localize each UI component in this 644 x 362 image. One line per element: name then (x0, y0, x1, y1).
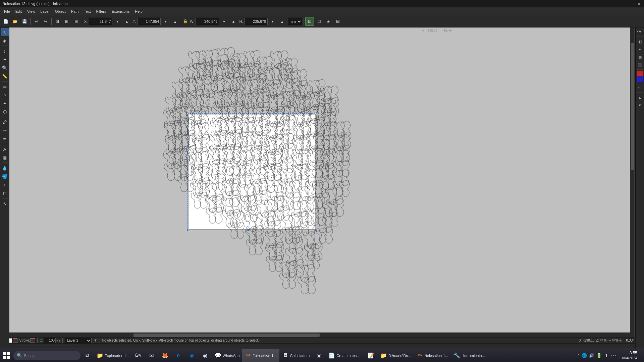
taskbar-chrome2[interactable]: ◉ (312, 349, 326, 362)
maximize-button[interactable]: □ (631, 1, 635, 6)
snap-bbox[interactable]: □ (315, 17, 323, 26)
y-down[interactable]: ▾ (161, 17, 170, 26)
taskbar-folder2[interactable]: 📁 D:\mario\Do... (378, 349, 414, 362)
x-down[interactable]: ▾ (113, 17, 122, 26)
menu-text[interactable]: Text (81, 7, 93, 15)
tool-rect[interactable]: ▭ (1, 82, 9, 90)
toolbar-new[interactable]: 📄 (1, 17, 10, 26)
hscroll-thumb[interactable] (133, 334, 320, 337)
tool-node[interactable]: ◈ (1, 37, 9, 45)
zoom-in-btn[interactable]: + (619, 338, 622, 343)
vscroll-thumb[interactable] (631, 43, 634, 170)
menu-help[interactable]: Help (132, 7, 145, 15)
menu-filters[interactable]: Filters (94, 7, 109, 15)
taskbar-firefox[interactable]: 🦊 (158, 349, 172, 362)
xml-editor-btn[interactable]: XML (636, 28, 644, 36)
toolbar-save[interactable]: 💾 (20, 17, 29, 26)
toolbar-zoom-fit[interactable]: ⊡ (53, 17, 62, 26)
tool-connector[interactable]: ⤡ (1, 199, 9, 207)
taskbar-calc[interactable]: 🖩 Calculadora (279, 349, 313, 362)
taskbar-whatsapp[interactable]: 💬 WhatsApp (212, 349, 243, 362)
taskbar-inkscape2[interactable]: ✏ *telesation-1... (414, 349, 451, 362)
tool-3dbox[interactable]: ⬡ (1, 108, 9, 116)
opacity-control[interactable]: O: ▾ ▴ (40, 338, 60, 343)
taskbar-edge[interactable]: e (172, 349, 185, 362)
stroke-color-box[interactable]: ✕ (31, 338, 35, 343)
volume-icon[interactable]: 🔊 (589, 353, 595, 359)
tool-gradient[interactable]: ▦ (1, 154, 9, 162)
battery-icon[interactable]: 🔋 (596, 353, 602, 359)
color-panel-btn[interactable] (637, 76, 643, 82)
opacity-down[interactable]: ▾ (56, 339, 58, 342)
zoom-control[interactable]: − 44% + (608, 338, 622, 343)
taskbar-tool[interactable]: 🔧 Herramienta... (451, 349, 488, 362)
menu-layer[interactable]: Layer (38, 7, 52, 15)
taskbar-notes[interactable]: 📝 (364, 349, 378, 362)
opacity-up[interactable]: ▴ (59, 339, 60, 342)
task-view-btn[interactable]: ⧉ (80, 349, 94, 362)
horizontal-scrollbar[interactable] (9, 333, 630, 337)
close-button[interactable]: ✕ (637, 1, 641, 6)
h-input[interactable] (244, 18, 268, 25)
layer-visible-btn[interactable]: 👁 (94, 338, 98, 343)
toolbar-zoom-page[interactable]: ⊞ (62, 17, 71, 26)
toolbar-open[interactable]: 📂 (11, 17, 19, 26)
zoom-out-btn[interactable]: − (608, 338, 611, 343)
menu-edit[interactable]: Edit (13, 7, 24, 15)
taskbar-inkscape[interactable]: ✏ *telesation-1... (242, 349, 279, 362)
tool-dropper[interactable]: 💧 (1, 164, 9, 172)
network-icon[interactable]: 🌐 (581, 353, 587, 359)
tool-zoom[interactable]: 🔍 (1, 64, 9, 72)
taskbar-store[interactable]: 🛍 (131, 349, 145, 362)
tool-adjust[interactable]: ↕ (1, 47, 9, 55)
taskbar-vscode[interactable]: ◈ (185, 349, 199, 362)
snap-custom[interactable]: ⊞ (333, 17, 342, 26)
menu-path[interactable]: Path (68, 7, 82, 15)
x-input[interactable] (89, 18, 112, 25)
start-button[interactable] (0, 349, 13, 362)
update-icon[interactable]: ⬆ (603, 353, 609, 359)
show-desktop-btn[interactable] (639, 349, 641, 362)
w-input[interactable] (196, 18, 219, 25)
system-clock[interactable]: 8:55 13/04/2024 (618, 351, 637, 361)
x-up[interactable]: ▴ (122, 17, 131, 26)
taskbar-create-tess[interactable]: 📄 Create a tess... (326, 349, 364, 362)
tool-eraser[interactable]: ◻ (1, 189, 9, 197)
symbols-btn[interactable]: ✦ (636, 46, 644, 53)
h-up[interactable]: ▴ (278, 17, 286, 26)
w-up[interactable]: ▴ (229, 17, 238, 26)
show-hidden-icons[interactable]: ⌃ (577, 354, 580, 357)
tool-select[interactable]: ↖ (1, 28, 9, 36)
tool-spray[interactable]: ◦ (1, 181, 9, 189)
menu-file[interactable]: File (1, 7, 13, 15)
tool-calligraphy[interactable]: ✒ (1, 135, 9, 143)
tool-measure[interactable]: 📏 (1, 72, 9, 80)
artwork-svg[interactable]: X: -238.15 -38.49 (9, 27, 635, 345)
tool-star[interactable]: ✦ (1, 99, 9, 107)
snap-enable[interactable]: ⊡ (305, 17, 314, 26)
canvas-area[interactable]: X: -238.15 -38.49 (9, 27, 635, 345)
toolbar-undo[interactable]: ↩ (32, 17, 41, 26)
fill-stroke-btn[interactable] (637, 71, 643, 76)
taskbar-search[interactable]: 🔍 Buscar (13, 351, 80, 360)
snap-nodes[interactable]: ◈ (324, 17, 333, 26)
paint-servers-btn[interactable]: ▩ (636, 53, 644, 61)
tool-ellipse[interactable]: ○ (1, 91, 9, 99)
w-down[interactable]: ▾ (220, 17, 228, 26)
y-input[interactable] (137, 18, 161, 25)
h-down[interactable]: ▾ (268, 17, 277, 26)
opacity-input[interactable] (44, 338, 56, 343)
menu-object[interactable]: Object (52, 7, 68, 15)
vertical-scrollbar[interactable] (630, 27, 635, 345)
tool-pencil[interactable]: ✏ (1, 126, 9, 134)
y-up[interactable]: ▴ (171, 17, 179, 26)
stroke-indicator[interactable]: Stroke: ✕ (19, 338, 36, 343)
objects-btn[interactable]: ◧ (636, 38, 644, 45)
more-options[interactable]: ⋯ (636, 84, 644, 92)
collapse-panel-down[interactable]: ▼ (636, 102, 644, 109)
toolbar-zoom-draw[interactable]: ⊟ (72, 17, 80, 26)
unit-select[interactable]: mm px in cm (287, 18, 302, 25)
tool-tweak[interactable]: ✦ (1, 55, 9, 63)
swatches-btn[interactable]: ⬛ (636, 61, 644, 68)
tool-paint-bucket[interactable]: 🪣 (1, 172, 9, 180)
